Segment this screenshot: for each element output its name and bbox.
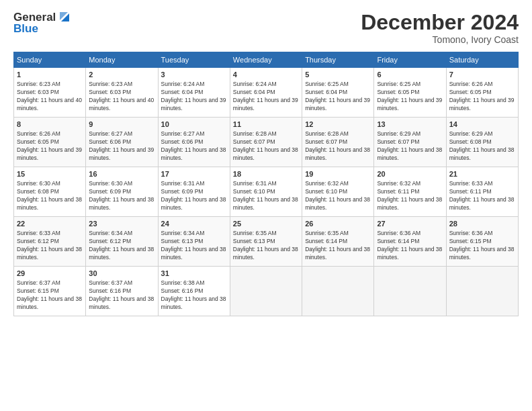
day-info: Sunrise: 6:34 AMSunset: 6:12 PMDaylight:… bbox=[89, 230, 154, 262]
day-number: 18 bbox=[233, 169, 299, 179]
day-info: Sunrise: 6:34 AMSunset: 6:13 PMDaylight:… bbox=[161, 230, 227, 262]
calendar-cell: 7Sunrise: 6:26 AMSunset: 6:05 PMDaylight… bbox=[446, 68, 518, 118]
day-info: Sunrise: 6:26 AMSunset: 6:05 PMDaylight:… bbox=[449, 81, 515, 113]
day-number: 22 bbox=[17, 219, 83, 229]
calendar-cell bbox=[230, 267, 302, 316]
calendar-cell: 22Sunrise: 6:33 AMSunset: 6:12 PMDayligh… bbox=[14, 217, 86, 267]
day-info: Sunrise: 6:26 AMSunset: 6:05 PMDaylight:… bbox=[17, 130, 83, 163]
calendar-cell: 18Sunrise: 6:31 AMSunset: 6:10 PMDayligh… bbox=[230, 167, 302, 217]
calendar-cell: 11Sunrise: 6:28 AMSunset: 6:07 PMDayligh… bbox=[230, 118, 302, 167]
day-number: 14 bbox=[449, 120, 515, 130]
day-number: 12 bbox=[305, 120, 371, 130]
day-number: 25 bbox=[233, 219, 299, 229]
weekday-header-tuesday: Tuesday bbox=[158, 52, 230, 68]
day-number: 24 bbox=[161, 219, 227, 229]
calendar-cell: 25Sunrise: 6:35 AMSunset: 6:13 PMDayligh… bbox=[230, 217, 302, 267]
calendar-cell: 28Sunrise: 6:36 AMSunset: 6:15 PMDayligh… bbox=[446, 217, 518, 267]
calendar-cell: 30Sunrise: 6:37 AMSunset: 6:16 PMDayligh… bbox=[86, 267, 158, 316]
calendar-table: SundayMondayTuesdayWednesdayThursdayFrid… bbox=[13, 52, 519, 316]
day-number: 23 bbox=[89, 219, 154, 229]
calendar-cell bbox=[302, 267, 374, 316]
day-info: Sunrise: 6:30 AMSunset: 6:08 PMDaylight:… bbox=[17, 180, 83, 212]
day-info: Sunrise: 6:25 AMSunset: 6:05 PMDaylight:… bbox=[377, 81, 443, 113]
calendar-cell: 17Sunrise: 6:31 AMSunset: 6:09 PMDayligh… bbox=[158, 167, 230, 217]
day-info: Sunrise: 6:31 AMSunset: 6:10 PMDaylight:… bbox=[233, 180, 299, 212]
calendar-week-4: 22Sunrise: 6:33 AMSunset: 6:12 PMDayligh… bbox=[14, 217, 519, 267]
day-number: 10 bbox=[161, 120, 227, 130]
day-number: 1 bbox=[17, 70, 83, 80]
calendar-cell: 26Sunrise: 6:35 AMSunset: 6:14 PMDayligh… bbox=[302, 217, 374, 267]
day-info: Sunrise: 6:33 AMSunset: 6:12 PMDaylight:… bbox=[17, 230, 83, 262]
day-number: 9 bbox=[89, 120, 154, 130]
calendar-cell: 21Sunrise: 6:33 AMSunset: 6:11 PMDayligh… bbox=[446, 167, 518, 217]
weekday-header-sunday: Sunday bbox=[14, 52, 86, 68]
day-number: 15 bbox=[17, 169, 83, 179]
day-number: 30 bbox=[89, 269, 154, 279]
day-info: Sunrise: 6:31 AMSunset: 6:09 PMDaylight:… bbox=[161, 180, 227, 212]
calendar-cell: 23Sunrise: 6:34 AMSunset: 6:12 PMDayligh… bbox=[86, 217, 158, 267]
day-number: 20 bbox=[377, 169, 443, 179]
calendar-cell: 9Sunrise: 6:27 AMSunset: 6:06 PMDaylight… bbox=[86, 118, 158, 167]
day-info: Sunrise: 6:35 AMSunset: 6:13 PMDaylight:… bbox=[233, 230, 299, 262]
day-info: Sunrise: 6:25 AMSunset: 6:04 PMDaylight:… bbox=[305, 81, 371, 113]
calendar-cell: 19Sunrise: 6:32 AMSunset: 6:10 PMDayligh… bbox=[302, 167, 374, 217]
weekday-header-monday: Monday bbox=[86, 52, 158, 68]
calendar-page: General Blue December 2024 Tomono, Ivory… bbox=[0, 0, 532, 411]
day-number: 29 bbox=[17, 269, 83, 279]
day-info: Sunrise: 6:29 AMSunset: 6:07 PMDaylight:… bbox=[377, 130, 443, 163]
day-info: Sunrise: 6:32 AMSunset: 6:10 PMDaylight:… bbox=[305, 180, 371, 212]
calendar-cell bbox=[374, 267, 446, 316]
day-info: Sunrise: 6:37 AMSunset: 6:15 PMDaylight:… bbox=[17, 279, 83, 312]
day-info: Sunrise: 6:28 AMSunset: 6:07 PMDaylight:… bbox=[233, 130, 299, 163]
location: Tomono, Ivory Coast bbox=[361, 34, 519, 45]
day-info: Sunrise: 6:24 AMSunset: 6:04 PMDaylight:… bbox=[233, 81, 299, 113]
day-number: 26 bbox=[305, 219, 371, 229]
day-number: 6 bbox=[377, 70, 443, 80]
calendar-cell: 29Sunrise: 6:37 AMSunset: 6:15 PMDayligh… bbox=[14, 267, 86, 316]
day-info: Sunrise: 6:38 AMSunset: 6:16 PMDaylight:… bbox=[161, 279, 227, 312]
logo-triangle-icon bbox=[57, 9, 72, 24]
day-info: Sunrise: 6:24 AMSunset: 6:04 PMDaylight:… bbox=[161, 81, 227, 113]
calendar-cell: 20Sunrise: 6:32 AMSunset: 6:11 PMDayligh… bbox=[374, 167, 446, 217]
day-number: 3 bbox=[161, 70, 227, 80]
day-number: 27 bbox=[377, 219, 443, 229]
day-number: 8 bbox=[17, 120, 83, 130]
day-info: Sunrise: 6:29 AMSunset: 6:08 PMDaylight:… bbox=[449, 130, 515, 163]
day-number: 28 bbox=[449, 219, 515, 229]
day-info: Sunrise: 6:30 AMSunset: 6:09 PMDaylight:… bbox=[89, 180, 154, 212]
day-number: 4 bbox=[233, 70, 299, 80]
calendar-cell: 1Sunrise: 6:23 AMSunset: 6:03 PMDaylight… bbox=[14, 68, 86, 118]
calendar-cell bbox=[446, 267, 518, 316]
day-info: Sunrise: 6:27 AMSunset: 6:06 PMDaylight:… bbox=[89, 130, 154, 163]
calendar-cell: 12Sunrise: 6:28 AMSunset: 6:07 PMDayligh… bbox=[302, 118, 374, 167]
header: General Blue December 2024 Tomono, Ivory… bbox=[13, 11, 519, 45]
calendar-cell: 5Sunrise: 6:25 AMSunset: 6:04 PMDaylight… bbox=[302, 68, 374, 118]
logo: General Blue bbox=[13, 11, 72, 36]
weekday-header-saturday: Saturday bbox=[446, 52, 518, 68]
day-info: Sunrise: 6:28 AMSunset: 6:07 PMDaylight:… bbox=[305, 130, 371, 163]
calendar-cell: 2Sunrise: 6:23 AMSunset: 6:03 PMDaylight… bbox=[86, 68, 158, 118]
calendar-cell: 6Sunrise: 6:25 AMSunset: 6:05 PMDaylight… bbox=[374, 68, 446, 118]
day-number: 21 bbox=[449, 169, 515, 179]
day-info: Sunrise: 6:36 AMSunset: 6:14 PMDaylight:… bbox=[377, 230, 443, 262]
calendar-week-1: 1Sunrise: 6:23 AMSunset: 6:03 PMDaylight… bbox=[14, 68, 519, 118]
weekday-header-friday: Friday bbox=[374, 52, 446, 68]
day-info: Sunrise: 6:23 AMSunset: 6:03 PMDaylight:… bbox=[17, 81, 83, 113]
weekday-header-wednesday: Wednesday bbox=[230, 52, 302, 68]
day-info: Sunrise: 6:27 AMSunset: 6:06 PMDaylight:… bbox=[161, 130, 227, 163]
day-number: 16 bbox=[89, 169, 154, 179]
day-number: 5 bbox=[305, 70, 371, 80]
day-info: Sunrise: 6:33 AMSunset: 6:11 PMDaylight:… bbox=[449, 180, 515, 212]
calendar-week-2: 8Sunrise: 6:26 AMSunset: 6:05 PMDaylight… bbox=[14, 118, 519, 167]
weekday-header-row: SundayMondayTuesdayWednesdayThursdayFrid… bbox=[14, 52, 519, 68]
title-area: December 2024 Tomono, Ivory Coast bbox=[361, 11, 519, 45]
day-number: 13 bbox=[377, 120, 443, 130]
day-number: 31 bbox=[161, 269, 227, 279]
calendar-cell: 27Sunrise: 6:36 AMSunset: 6:14 PMDayligh… bbox=[374, 217, 446, 267]
calendar-cell: 15Sunrise: 6:30 AMSunset: 6:08 PMDayligh… bbox=[14, 167, 86, 217]
day-number: 19 bbox=[305, 169, 371, 179]
calendar-cell: 14Sunrise: 6:29 AMSunset: 6:08 PMDayligh… bbox=[446, 118, 518, 167]
day-number: 7 bbox=[449, 70, 515, 80]
weekday-header-thursday: Thursday bbox=[302, 52, 374, 68]
day-info: Sunrise: 6:37 AMSunset: 6:16 PMDaylight:… bbox=[89, 279, 154, 312]
